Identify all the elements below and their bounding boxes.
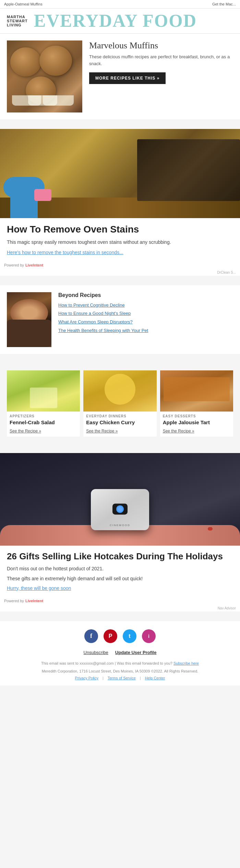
recipe-card-content-0: APPETIZERS Fennel-Crab Salad See the Rec…: [7, 412, 80, 437]
logo: MARTHA STEWART LIVING: [7, 15, 28, 27]
oven-section: How To Remove Oven Stains This magic spr…: [0, 129, 240, 276]
oven-powered-bar: Powered by LiveIntent: [0, 261, 240, 269]
oven-content: How To Remove Oven Stains This magic spr…: [0, 218, 240, 261]
recipe-link-1[interactable]: See the Recipe »: [86, 429, 118, 433]
logo-line3: LIVING: [7, 23, 28, 27]
gifts-desc2: These gifts are in extremely high demand…: [7, 575, 233, 582]
pinterest-label: P: [109, 633, 112, 639]
drclean-badge: DrClean S...: [0, 269, 240, 276]
beyond-links: How to Prevent Cognitive Decline How to …: [58, 302, 148, 334]
beyond-section: Beyond Recipes How to Prevent Cognitive …: [0, 285, 240, 354]
plate-fennel: [30, 388, 57, 408]
recipe-card-2: EASY DESSERTS Apple Jalousie Tart See th…: [160, 370, 233, 437]
beyond-content: Beyond Recipes How to Prevent Cognitive …: [58, 292, 148, 347]
muffins-cta-button[interactable]: MORE RECIPES LIKE THIS »: [89, 72, 166, 84]
facebook-label: f: [90, 632, 92, 640]
divider-4: [0, 446, 240, 453]
muffins-title: Marvelous Muffins: [89, 40, 233, 51]
subscribe-here-link[interactable]: Subscribe here: [173, 661, 199, 665]
cinemood-lens-housing: [112, 503, 128, 514]
gifts-section: CINEMOOD 26 Gifts Selling Like Hotcakes …: [0, 453, 240, 611]
recipe-card-0: APPETIZERS Fennel-Crab Salad See the Rec…: [7, 370, 80, 437]
site-title: EVERYDAY FOOD: [34, 12, 197, 30]
nail-red: [208, 527, 213, 531]
oven-title: How To Remove Oven Stains: [7, 224, 233, 235]
beyond-link-0[interactable]: How to Prevent Cognitive Decline: [58, 302, 148, 308]
top-bar: Apple-Oatmeal Muffins Get the Mac...: [0, 0, 240, 9]
gifts-badge: Nav Advisor: [0, 605, 240, 611]
person-body: [7, 320, 51, 347]
oven-link[interactable]: Here's how to remove the toughest stains…: [7, 250, 123, 255]
divider-5: [0, 614, 240, 621]
gifts-powered-label: Powered by: [4, 599, 24, 603]
divider-3: [0, 357, 240, 364]
baking-tray: [137, 139, 240, 201]
twitter-icon[interactable]: t: [123, 629, 136, 643]
footer-company: Meredith Corporation, 1716 Locust Street…: [7, 668, 233, 675]
facebook-icon[interactable]: f: [84, 629, 98, 643]
livintent-logo: LiveIntent: [25, 263, 43, 267]
unsubscribe-link[interactable]: Unsubscribe: [84, 650, 108, 655]
footer-email-note: This email was sent to xxxxxxx@gmail.com…: [7, 661, 233, 667]
recipe-category-1: EVERYDAY DINNERS: [86, 414, 154, 418]
instagram-label: i: [148, 633, 149, 639]
email-note-text: This email was sent to xxxxxxx@gmail.com…: [41, 661, 172, 665]
muffin-2: [39, 46, 72, 76]
recipe-name-0: Fennel-Crab Salad: [10, 419, 77, 426]
cinemood-label: CINEMOOD: [110, 524, 130, 527]
footer: f P t i Unsubscribe Update User Profile …: [0, 621, 240, 686]
top-bar-left: Apple-Oatmeal Muffins: [4, 2, 43, 6]
recipe-category-2: EASY DESSERTS: [163, 414, 230, 418]
oven-description: This magic spray easily removes toughest…: [7, 239, 233, 246]
recipe-name-1: Easy Chicken Curry: [86, 419, 154, 426]
recipe-card-1: EVERYDAY DINNERS Easy Chicken Curry See …: [83, 370, 156, 437]
pinterest-icon[interactable]: P: [104, 629, 117, 643]
update-profile-link[interactable]: Update User Profile: [115, 650, 157, 655]
recipe-link-0[interactable]: See the Recipe »: [10, 429, 41, 433]
muffins-description: These delicious muffin recipes are perfe…: [89, 53, 233, 67]
gifts-desc1: Don't miss out on the hottest product of…: [7, 565, 233, 572]
recipe-name-2: Apple Jalousie Tart: [163, 419, 230, 426]
beyond-image: [7, 292, 51, 347]
muffin-1: [10, 47, 41, 76]
footer-separator-1: |: [103, 676, 104, 680]
beyond-link-2[interactable]: What Are Common Sleep Disruptors?: [58, 319, 148, 325]
recipes-section: APPETIZERS Fennel-Crab Salad See the Rec…: [0, 364, 240, 443]
muffin-cup-3: [28, 95, 57, 106]
logo-line1: MARTHA: [7, 15, 28, 19]
recipe-card-content-1: EVERYDAY DINNERS Easy Chicken Curry See …: [83, 412, 156, 437]
privacy-policy-link[interactable]: Privacy Policy: [75, 676, 98, 680]
gifts-link[interactable]: Hurry, these will be gone soon: [7, 585, 71, 591]
help-center-link[interactable]: Help Center: [145, 676, 165, 680]
instagram-icon[interactable]: i: [142, 629, 156, 643]
top-bar-right: Get the Mac...: [212, 2, 236, 6]
recipe-category-0: APPETIZERS: [10, 414, 77, 418]
twitter-label: t: [129, 633, 130, 639]
social-icons: f P t i: [7, 629, 233, 643]
footer-policy-links: Privacy Policy | Terms of Service | Help…: [7, 676, 233, 680]
gifts-powered-bar: Powered by LiveIntent: [0, 597, 240, 605]
header: MARTHA STEWART LIVING EVERYDAY FOOD: [0, 9, 240, 34]
logo-line2: STEWART: [7, 19, 28, 23]
muffins-section: Marvelous Muffins These delicious muffin…: [0, 34, 240, 119]
footer-links: Unsubscribe Update User Profile: [7, 650, 233, 655]
cinemood-box: CINEMOOD: [91, 489, 149, 530]
recipe-card-content-2: EASY DESSERTS Apple Jalousie Tart See th…: [160, 412, 233, 437]
oven-image: [0, 129, 240, 218]
muffins-image: [7, 40, 82, 112]
muffins-content: Marvelous Muffins These delicious muffin…: [89, 40, 233, 84]
recipe-img-curry: [83, 370, 156, 412]
gifts-image: CINEMOOD: [0, 453, 240, 546]
cinemood-lens-inner: [116, 505, 124, 513]
beyond-link-1[interactable]: How to Ensure a Good Night's Sleep: [58, 311, 148, 317]
gifts-title: 26 Gifts Selling Like Hotcakes During Th…: [7, 551, 233, 562]
tart-body: [164, 377, 230, 401]
plate-curry: [105, 374, 135, 405]
recipes-grid: APPETIZERS Fennel-Crab Salad See the Rec…: [7, 370, 233, 437]
recipe-img-fennel: [7, 370, 80, 412]
beyond-link-3[interactable]: The Health Benefits of Sleeping with You…: [58, 328, 148, 334]
recipe-link-2[interactable]: See the Recipe »: [163, 429, 194, 433]
terms-of-service-link[interactable]: Terms of Service: [108, 676, 136, 680]
powered-by-label: Powered by: [4, 263, 24, 267]
footer-separator-2: |: [140, 676, 141, 680]
